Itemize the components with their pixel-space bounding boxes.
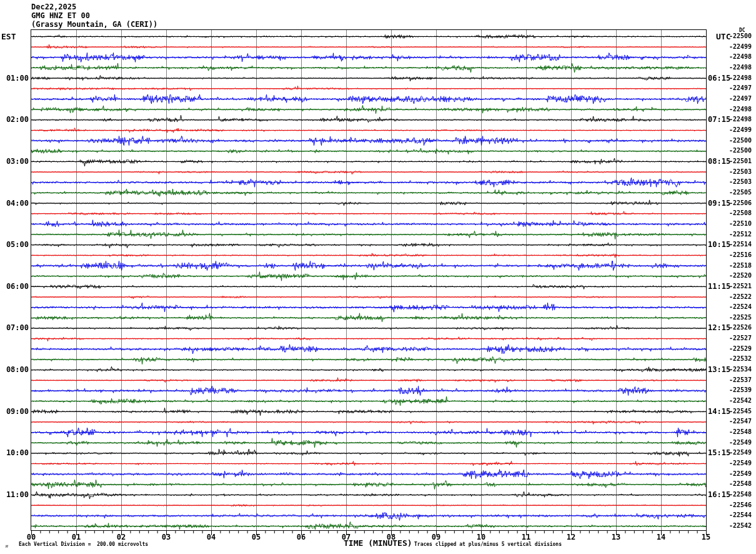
x-tick-label: 10 [472,533,490,541]
dc-value: -22500 [729,33,752,39]
dc-value: -22516 [729,251,752,258]
dc-value: -22498 [729,64,752,71]
dc-value: -22542 [729,397,752,404]
dc-value: -22542 [729,522,752,529]
x-tick-label: 03 [157,533,176,541]
x-tick-label: 01 [67,533,86,541]
x-tick-label: 06 [292,533,311,541]
dc-value: -22549 [729,439,752,446]
dc-value: -22525 [729,314,752,321]
x-tick-label: 02 [112,533,131,541]
left-hour-label: 03:00 [2,157,29,166]
dc-value: -22544 [729,511,752,518]
dc-value: -22501 [729,158,752,164]
dc-value: -22508 [729,209,752,216]
right-hour-label: 14:15 [708,407,730,416]
right-hour-label: 08:15 [708,157,730,166]
right-hour-label: 13:15 [708,365,730,374]
dc-value: -22549 [729,449,752,456]
dc-value: -22537 [729,376,752,383]
x-tick-label: 09 [427,533,445,541]
right-hour-label: 06:15 [708,74,730,83]
dc-value: -22548 [729,491,752,498]
dc-value: -22499 [729,126,752,133]
dc-value: -22498 [729,116,752,123]
helicorder-page: Dec22,2025 GMG HNZ ET 00 (Grassy Mountai… [0,0,756,554]
seismogram-canvas [0,0,756,554]
right-hour-label: 15:15 [708,448,730,457]
x-tick-label: 00 [22,533,41,541]
left-hour-label: 06:00 [2,282,29,291]
dc-value: -22526 [729,324,752,331]
left-hour-label: 05:00 [2,240,29,249]
dc-value: -22549 [729,470,752,477]
dc-value: -22498 [729,53,752,60]
dc-value: -22510 [729,220,752,227]
dc-value: -22546 [729,501,752,508]
right-hour-label: 12:15 [708,323,730,332]
left-hour-label: 07:00 [2,323,29,332]
left-hour-label: 02:00 [2,115,29,124]
left-hour-label: 04:00 [2,199,29,208]
dc-value: -22527 [729,335,752,341]
dc-value: -22499 [729,43,752,50]
dc-value: -22498 [729,74,752,81]
dc-value: -22512 [729,231,752,238]
dc-value: -22497 [729,84,752,91]
left-hour-label: 10:00 [2,448,29,457]
dc-value: -22520 [729,272,752,279]
dc-value: -22505 [729,189,752,196]
left-axis-label: EST [1,32,16,41]
scale-note: Each Vertical Division = 200.00 microvol… [19,541,148,547]
dc-value: -22549 [729,460,752,466]
left-hour-label: 09:00 [2,407,29,416]
dc-value: -22498 [729,106,752,113]
right-hour-label: 11:15 [708,282,730,291]
dc-value: -22532 [729,355,752,362]
dc-value: -22503 [729,168,752,175]
right-hour-label: 10:15 [708,240,730,249]
dc-value: -22500 [729,137,752,144]
x-tick-label: 04 [202,533,221,541]
dc-value: -22506 [729,199,752,206]
dc-value: -22524 [729,303,752,310]
right-axis-label: UTC [716,32,730,41]
x-tick-label: 14 [652,533,670,541]
x-tick-label: 15 [697,533,715,541]
dc-value: -22497 [729,95,752,102]
watermark-glyph: M [6,544,8,548]
x-tick-label: 13 [607,533,625,541]
x-tick-label: 05 [247,533,266,541]
dc-value: -22539 [729,386,752,393]
dc-value: -22518 [729,262,752,269]
x-tick-label: 12 [562,533,580,541]
left-hour-label: 01:00 [2,74,29,83]
right-hour-label: 16:15 [708,490,730,499]
dc-value: -22547 [729,418,752,425]
dc-value: -22545 [729,408,752,415]
dc-value: -22500 [729,147,752,154]
dc-value: -22548 [729,480,752,487]
left-hour-label: 11:00 [2,490,29,499]
dc-value: -22522 [729,293,752,300]
clip-note: Traces clipped at plus/minus 5 vertical … [414,541,562,547]
title-date: Dec22,2025 [31,3,76,11]
dc-value: -22548 [729,428,752,435]
x-tick-label: 11 [517,533,535,541]
dc-value: -22503 [729,178,752,185]
left-hour-label: 08:00 [2,365,29,374]
right-hour-label: 09:15 [708,199,730,208]
title-location: (Grassy Mountain, GA (CERI)) [31,20,157,29]
dc-value: -22529 [729,345,752,352]
x-axis-title: TIME (MINUTES) [344,538,412,548]
dc-value: -22521 [729,283,752,290]
right-hour-label: 07:15 [708,115,730,124]
dc-value: -22534 [729,366,752,373]
title-station: GMG HNZ ET 00 [31,11,90,20]
dc-value: -22514 [729,241,752,248]
